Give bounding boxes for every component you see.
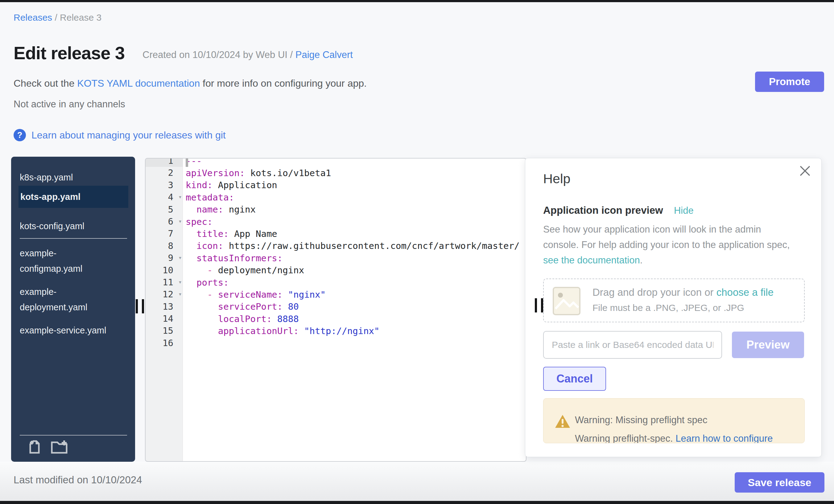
help-description: See how your application icon will look … bbox=[543, 222, 790, 268]
help-resize-handle[interactable] bbox=[535, 298, 543, 312]
add-folder-icon[interactable] bbox=[50, 439, 68, 455]
sidebar-item-example-service[interactable]: example-service.yaml bbox=[20, 323, 112, 338]
author-link[interactable]: Paige Calvert bbox=[295, 49, 353, 60]
code-line[interactable]: 8 icon: https://raw.githubusercontent.co… bbox=[146, 240, 526, 252]
breadcrumb: Releases / Release 3 bbox=[14, 12, 102, 23]
code-line[interactable]: 12▾ - serviceName: "nginx" bbox=[146, 288, 526, 301]
choose-file-link[interactable]: choose a file bbox=[717, 287, 773, 298]
drop-text: Drag and drop your icon or bbox=[592, 287, 717, 298]
fold-arrow-icon[interactable]: ▾ bbox=[178, 290, 182, 298]
add-file-icon[interactable] bbox=[27, 439, 41, 455]
code-line[interactable]: 10 - deployment/nginx bbox=[146, 264, 526, 276]
line-number[interactable]: 4▾ bbox=[146, 191, 182, 203]
hide-link[interactable]: Hide bbox=[674, 205, 694, 216]
fold-arrow-icon[interactable]: ▾ bbox=[178, 278, 182, 286]
breadcrumb-current: Release 3 bbox=[60, 12, 102, 23]
line-number[interactable]: 12▾ bbox=[146, 288, 182, 301]
yaml-editor[interactable]: 1---2apiVersion: kots.io/v1beta13kind: A… bbox=[145, 158, 526, 462]
window-top-edge bbox=[0, 0, 834, 2]
footer: Last modified on 10/10/2024 Save release bbox=[0, 462, 834, 504]
help-desc-line2: console. For help adding your icon to th… bbox=[543, 239, 790, 250]
line-number[interactable]: 3 bbox=[146, 179, 182, 191]
sidebar-item-kots-app-selected[interactable]: kots-app.yaml bbox=[19, 186, 128, 208]
fold-arrow-icon[interactable]: ▾ bbox=[178, 254, 182, 261]
code-line[interactable]: 16 bbox=[146, 337, 526, 349]
help-desc-period: . bbox=[640, 255, 643, 266]
fold-arrow-icon[interactable]: ▾ bbox=[178, 193, 182, 200]
kots-yaml-doc-link[interactable]: KOTS YAML documentation bbox=[77, 78, 200, 89]
icon-url-input[interactable] bbox=[543, 331, 722, 359]
code-lines: 1---2apiVersion: kots.io/v1beta13kind: A… bbox=[146, 158, 526, 349]
code-line[interactable]: 1--- bbox=[146, 158, 526, 167]
doc-line: Check out the KOTS YAML documentation fo… bbox=[14, 78, 367, 89]
code-line[interactable]: 11▾ ports: bbox=[146, 276, 526, 288]
git-help-link[interactable]: Learn about managing your releases with … bbox=[31, 130, 226, 141]
sidebar-item-example-deployment[interactable]: example-deployment.yaml bbox=[20, 284, 112, 315]
sidebar-divider bbox=[20, 238, 127, 239]
file-tree-sidebar: k8s-app.yaml kots-app.yaml kots-config.y… bbox=[11, 157, 135, 462]
line-number[interactable]: 7 bbox=[146, 228, 182, 240]
line-number[interactable]: 5 bbox=[146, 203, 182, 216]
line-number[interactable]: 10 bbox=[146, 264, 182, 276]
warning-detail: Warning preflight-spec. Learn how to con… bbox=[575, 433, 773, 443]
code-line[interactable]: 4▾metadata: bbox=[146, 191, 526, 203]
fold-arrow-icon[interactable]: ▾ bbox=[178, 217, 182, 225]
close-icon[interactable] bbox=[798, 164, 812, 178]
channel-status: Not active in any channels bbox=[14, 99, 125, 110]
line-number[interactable]: 15 bbox=[146, 325, 182, 337]
last-modified-text: Last modified on 10/10/2024 bbox=[14, 474, 142, 486]
question-circle-icon: ? bbox=[14, 129, 26, 141]
help-section-header: Application icon preview Hide bbox=[543, 204, 694, 216]
help-title: Help bbox=[543, 171, 570, 186]
sidebar-item-example-configmap[interactable]: example-configmap.yaml bbox=[20, 245, 112, 276]
created-line: Created on 10/10/2024 by Web UI / Paige … bbox=[142, 49, 353, 61]
line-number[interactable]: 13 bbox=[146, 301, 182, 313]
image-placeholder-icon bbox=[552, 287, 581, 315]
line-number[interactable]: 1 bbox=[146, 158, 182, 167]
created-text: Created on 10/10/2024 by Web UI / bbox=[142, 49, 295, 60]
breadcrumb-separator: / bbox=[54, 12, 60, 23]
preflight-warning: Warning: Missing preflight spec Warning … bbox=[543, 398, 805, 443]
git-help-row[interactable]: ? Learn about managing your releases wit… bbox=[14, 128, 226, 142]
line-number[interactable]: 16 bbox=[146, 337, 182, 349]
code-line[interactable]: 6▾spec: bbox=[146, 216, 526, 228]
icon-drop-zone[interactable]: Drag and drop your icon or choose a file… bbox=[543, 279, 805, 322]
see-documentation-link[interactable]: see the documentation bbox=[543, 255, 640, 266]
code-line[interactable]: 5 name: nginx bbox=[146, 203, 526, 216]
save-release-button[interactable]: Save release bbox=[735, 472, 825, 492]
icon-preview-title: Application icon preview bbox=[543, 204, 663, 216]
code-line[interactable]: 3kind: Application bbox=[146, 179, 526, 191]
line-number[interactable]: 14 bbox=[146, 313, 182, 325]
line-number[interactable]: 8 bbox=[146, 240, 182, 252]
line-number[interactable]: 6▾ bbox=[146, 216, 182, 228]
warning-body: Warning preflight-spec. bbox=[575, 433, 676, 443]
line-number[interactable]: 2 bbox=[146, 167, 182, 179]
sidebar-actions bbox=[27, 439, 68, 455]
code-line[interactable]: 7 title: App Name bbox=[146, 228, 526, 240]
window-bottom-edge bbox=[0, 501, 834, 504]
drop-instruction: Drag and drop your icon or choose a file bbox=[592, 287, 773, 298]
doc-suffix: for more info on configuring your app. bbox=[203, 78, 367, 89]
sidebar-divider bbox=[20, 435, 127, 436]
sidebar-selected-label: kots-app.yaml bbox=[19, 192, 81, 202]
warning-title: Warning: Missing preflight spec bbox=[575, 415, 707, 426]
code-line[interactable]: 9▾ statusInformers: bbox=[146, 252, 526, 264]
help-desc-line1: See how your application icon will look … bbox=[543, 224, 761, 235]
code-line[interactable]: 13 servicePort: 80 bbox=[146, 301, 526, 313]
sidebar-item-kots-config[interactable]: kots-config.yaml bbox=[20, 218, 112, 234]
preview-button[interactable]: Preview bbox=[732, 332, 804, 358]
sidebar-item-k8s-app[interactable]: k8s-app.yaml bbox=[20, 170, 112, 185]
learn-how-to-configure-link[interactable]: Learn how to configure bbox=[676, 433, 773, 443]
code-line[interactable]: 2apiVersion: kots.io/v1beta1 bbox=[146, 167, 526, 179]
line-number[interactable]: 11▾ bbox=[146, 276, 182, 288]
promote-button[interactable]: Promote bbox=[755, 71, 824, 92]
warning-triangle-icon bbox=[554, 414, 571, 429]
breadcrumb-releases-link[interactable]: Releases bbox=[14, 12, 52, 23]
cancel-button[interactable]: Cancel bbox=[543, 367, 606, 391]
code-line[interactable]: 14 localPort: 8888 bbox=[146, 313, 526, 325]
drop-file-hint: File must be a .PNG, .JPEG, or .JPG bbox=[592, 303, 744, 313]
line-number[interactable]: 9▾ bbox=[146, 252, 182, 264]
sidebar-resize-handle[interactable] bbox=[136, 299, 144, 313]
edit-release-page: Releases / Release 3 Edit release 3 Crea… bbox=[0, 0, 834, 504]
code-line[interactable]: 15 applicationUrl: "http://nginx" bbox=[146, 325, 526, 337]
